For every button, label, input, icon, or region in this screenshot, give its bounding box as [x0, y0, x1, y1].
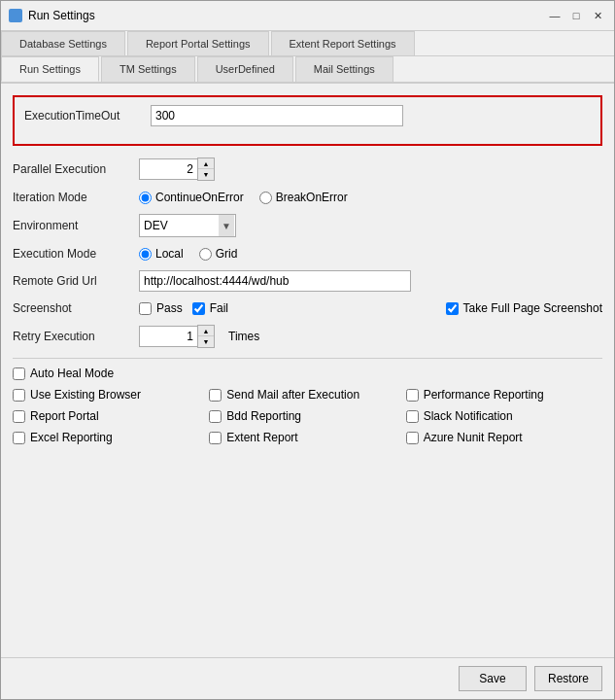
screenshot-fail-item[interactable]: Fail [192, 301, 228, 315]
parallel-execution-up[interactable]: ▲ [198, 158, 214, 169]
tab-tm-settings[interactable]: TM Settings [101, 56, 195, 82]
title-bar: Run Settings — □ ✕ [1, 1, 614, 31]
radio-local-label: Local [155, 247, 184, 261]
extent-report-checkbox[interactable] [209, 432, 222, 444]
radio-break-on-error[interactable]: BreakOnError [259, 191, 348, 204]
azure-nunit-report-checkbox[interactable] [406, 432, 419, 444]
radio-continue-on-error[interactable]: ContinueOnError [139, 191, 244, 204]
auto-heal-label: Auto Heal Mode [30, 367, 114, 380]
screenshot-fail-label: Fail [210, 301, 228, 315]
tab-extent-report-settings[interactable]: Extent Report Settings [271, 31, 415, 55]
tab-row-1: Database Settings Report Portal Settings… [1, 31, 614, 56]
radio-local[interactable]: Local [139, 247, 184, 261]
content-area: ExecutionTimeOut Parallel Execution ▲ ▼ … [1, 88, 614, 657]
send-mail-item[interactable]: Send Mail after Execution [209, 388, 405, 402]
parallel-execution-row: Parallel Execution ▲ ▼ [13, 158, 602, 181]
report-portal-label: Report Portal [30, 409, 99, 423]
retry-spinner-buttons: ▲ ▼ [197, 325, 215, 348]
maximize-button[interactable]: □ [567, 7, 585, 24]
screenshot-pass-checkbox[interactable] [139, 302, 152, 315]
retry-execution-row: Retry Execution ▲ ▼ Times [13, 325, 602, 348]
bdd-reporting-checkbox[interactable] [209, 410, 222, 423]
excel-reporting-item[interactable]: Excel Reporting [13, 431, 209, 444]
send-mail-checkbox[interactable] [209, 389, 222, 402]
minimize-button[interactable]: — [546, 7, 564, 24]
performance-reporting-item[interactable]: Performance Reporting [406, 388, 602, 402]
radio-grid[interactable]: Grid [199, 247, 238, 261]
screenshot-fail-checkbox[interactable] [192, 302, 205, 315]
environment-select-wrap: DEV QA PROD ▼ [139, 214, 236, 237]
auto-heal-checkbox[interactable] [13, 368, 25, 380]
tab-row-2: Run Settings TM Settings UserDefined Mai… [1, 56, 614, 84]
use-existing-browser-checkbox[interactable] [13, 389, 25, 402]
radio-grid-label: Grid [216, 247, 238, 261]
retry-down[interactable]: ▼ [198, 336, 214, 347]
execution-timeout-row: ExecutionTimeOut [24, 105, 591, 126]
window-title: Run Settings [28, 9, 95, 22]
footer: Save Restore [1, 657, 614, 699]
bdd-reporting-label: Bdd Reporting [226, 409, 301, 423]
remote-grid-url-label: Remote Grid Url [13, 274, 139, 288]
save-button[interactable]: Save [459, 666, 527, 691]
app-icon [9, 9, 22, 22]
times-label: Times [228, 330, 259, 343]
screenshot-checks: Pass Fail [139, 301, 228, 315]
report-portal-item[interactable]: Report Portal [13, 409, 209, 423]
environment-select[interactable]: DEV QA PROD [139, 214, 236, 237]
tab-user-defined[interactable]: UserDefined [197, 56, 293, 82]
azure-nunit-report-item[interactable]: Azure Nunit Report [406, 431, 602, 444]
performance-reporting-label: Performance Reporting [424, 388, 544, 402]
bdd-reporting-item[interactable]: Bdd Reporting [209, 409, 405, 423]
radio-local-input[interactable] [139, 248, 152, 261]
execution-timeout-label: ExecutionTimeOut [24, 109, 151, 122]
extent-report-item[interactable]: Extent Report [209, 431, 405, 444]
parallel-execution-spinner-buttons: ▲ ▼ [197, 158, 215, 181]
screenshot-label: Screenshot [13, 301, 139, 315]
excel-reporting-checkbox[interactable] [13, 432, 25, 444]
execution-timeout-input[interactable] [151, 105, 403, 126]
take-full-page-section: Take Full Page Screenshot [446, 301, 602, 315]
close-button[interactable]: ✕ [589, 7, 606, 24]
retry-execution-input[interactable] [139, 326, 197, 347]
tab-mail-settings[interactable]: Mail Settings [295, 56, 393, 82]
radio-continue-on-error-input[interactable] [139, 192, 152, 204]
azure-nunit-report-label: Azure Nunit Report [424, 431, 523, 444]
execution-timeout-section: ExecutionTimeOut [13, 95, 602, 146]
take-full-page-label: Take Full Page Screenshot [463, 301, 602, 315]
main-window: Run Settings — □ ✕ Database Settings Rep… [0, 0, 615, 700]
tab-report-portal-settings[interactable]: Report Portal Settings [127, 31, 269, 55]
report-portal-checkbox[interactable] [13, 410, 25, 423]
auto-heal-item[interactable]: Auto Heal Mode [13, 367, 114, 380]
environment-row: Environment DEV QA PROD ▼ [13, 214, 602, 237]
execution-mode-row: Execution Mode Local Grid [13, 247, 602, 261]
checkbox-grid: Use Existing Browser Send Mail after Exe… [13, 388, 602, 444]
execution-mode-radio-group: Local Grid [139, 247, 237, 261]
restore-button[interactable]: Restore [534, 666, 602, 691]
performance-reporting-checkbox[interactable] [406, 389, 419, 402]
remote-grid-url-input[interactable] [139, 270, 411, 292]
retry-spinner: ▲ ▼ [139, 325, 215, 348]
slack-notification-item[interactable]: Slack Notification [406, 409, 602, 423]
take-full-page-checkbox[interactable] [446, 302, 459, 315]
remote-grid-url-row: Remote Grid Url [13, 270, 602, 292]
slack-notification-checkbox[interactable] [406, 410, 419, 423]
title-bar-left: Run Settings [9, 9, 95, 22]
parallel-execution-spinner: ▲ ▼ [139, 158, 215, 181]
divider [13, 358, 602, 359]
radio-break-on-error-input[interactable] [259, 192, 272, 204]
radio-grid-input[interactable] [199, 248, 212, 261]
auto-heal-row: Auto Heal Mode [13, 367, 602, 380]
screenshot-pass-item[interactable]: Pass [139, 301, 183, 315]
screenshot-pass-label: Pass [156, 301, 183, 315]
environment-label: Environment [13, 219, 139, 232]
tab-run-settings[interactable]: Run Settings [1, 56, 99, 82]
retry-up[interactable]: ▲ [198, 326, 214, 336]
take-full-page-item[interactable]: Take Full Page Screenshot [446, 301, 602, 315]
parallel-execution-down[interactable]: ▼ [198, 169, 214, 180]
send-mail-label: Send Mail after Execution [226, 388, 359, 402]
retry-execution-label: Retry Execution [13, 330, 139, 343]
use-existing-browser-item[interactable]: Use Existing Browser [13, 388, 209, 402]
tab-database-settings[interactable]: Database Settings [1, 31, 125, 55]
parallel-execution-input[interactable] [139, 158, 197, 180]
screenshot-row: Screenshot Pass Fail Take Full Page Scre… [13, 301, 602, 315]
